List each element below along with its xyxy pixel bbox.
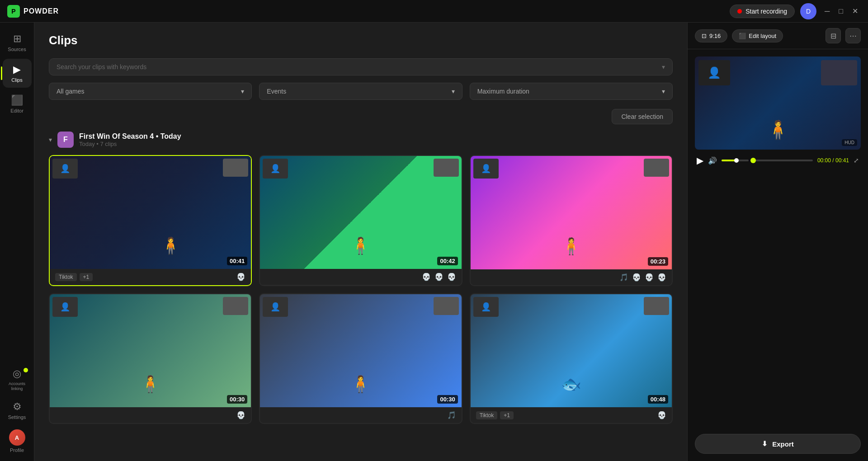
clip-thumb-bg-4: 👤 🧍	[50, 294, 251, 407]
clip-actions-6: 💀	[657, 411, 666, 419]
ratio-button[interactable]: ⊡ 9:16	[695, 29, 727, 42]
right-panel: ⊡ 9:16 ⬛ Edit layout ⊟ ⋯ 👤 🧍 HUD	[687, 23, 868, 461]
progress-thumb	[750, 158, 756, 163]
sidebar-item-profile-label: Profile	[10, 447, 24, 453]
skull-icon-6[interactable]: 💀	[657, 411, 666, 419]
volume-slider[interactable]	[722, 160, 749, 161]
export-label: Export	[772, 440, 794, 448]
clip-footer-3: 🎵 💀 💀 💀	[471, 269, 672, 285]
preview-area: 👤 🧍 HUD ▶ 🔊 00:00	[688, 49, 868, 434]
clip-tags-6: Tiktok +1	[476, 411, 514, 419]
sidebar: ⊞ Sources ▶ Clips ⬛ Editor ◎ Accounts li…	[0, 23, 34, 461]
time-total: 00:41	[835, 157, 849, 164]
clip2-minimap	[434, 159, 459, 177]
clip-tags-1: Tiktok +1	[55, 273, 93, 281]
duration-filter-chevron: ▾	[662, 88, 665, 95]
progress-bar[interactable]	[753, 160, 813, 161]
search-bar[interactable]: Search your clips with keywords ▾	[49, 58, 673, 75]
collapse-group-button[interactable]: ▾	[49, 136, 52, 143]
skull-icon-3a[interactable]: 💀	[632, 273, 641, 282]
panel-toolbar: ⊡ 9:16 ⬛ Edit layout ⊟ ⋯	[688, 23, 868, 49]
clip-card-3[interactable]: 👤 🧍 00:23 🎵 💀 💀 💀	[470, 155, 673, 286]
clip-tag-tiktok-6: Tiktok	[476, 411, 498, 419]
clip5-facecam: 👤	[263, 297, 288, 317]
skull-icon-3b[interactable]: 💀	[645, 273, 654, 282]
skull-icon-1[interactable]: 💀	[236, 273, 245, 281]
settings-icon: ⚙	[13, 401, 22, 413]
sidebar-item-sources[interactable]: ⊞ Sources	[3, 28, 32, 57]
sidebar-item-profile[interactable]: A Profile	[3, 427, 32, 456]
ratio-label: 9:16	[709, 33, 721, 39]
topbar-left: P POWDER	[7, 5, 59, 18]
screen-off-button[interactable]: ⊟	[826, 28, 841, 43]
logo-letter: P	[11, 8, 15, 15]
start-recording-button[interactable]: Start recording	[730, 5, 795, 18]
clip-duration-1: 00:41	[227, 257, 247, 265]
maximize-button[interactable]: □	[836, 6, 846, 16]
edit-layout-button[interactable]: ⬛ Edit layout	[732, 29, 783, 42]
skull-icon-2a[interactable]: 💀	[422, 273, 431, 281]
time-current: 00:00	[817, 157, 831, 164]
clip5-minimap	[434, 297, 459, 315]
play-button[interactable]: ▶	[697, 155, 703, 166]
close-button[interactable]: ✕	[849, 6, 861, 16]
events-filter-chevron: ▾	[452, 88, 455, 95]
games-filter-chevron: ▾	[241, 88, 244, 95]
clip-card-5[interactable]: 👤 🧍 00:30 🎵	[259, 293, 462, 424]
clip-card-2[interactable]: 👤 🧍 00:42 💀 💀 💀	[259, 155, 462, 286]
minimize-button[interactable]: ─	[822, 6, 832, 16]
clip-actions-3: 🎵 💀 💀 💀	[619, 273, 666, 282]
wave-icon-5[interactable]: 🎵	[447, 411, 456, 419]
filter-row: All games ▾ Events ▾ Maximum duration ▾	[49, 83, 673, 100]
clip-tag-plus-6: +1	[500, 411, 514, 419]
volume-button[interactable]: 🔊	[708, 156, 717, 165]
more-options-button[interactable]: ⋯	[845, 28, 861, 43]
clip-thumbnail-5: 👤 🧍 00:30	[260, 294, 461, 407]
preview-thumbnail: 👤 🧍 HUD	[695, 56, 861, 150]
skull-icon-2c[interactable]: 💀	[447, 273, 456, 281]
export-icon: ⬇	[762, 440, 768, 448]
games-filter[interactable]: All games ▾	[49, 83, 252, 100]
group-info: First Win Of Season 4 • Today Today • 7 …	[79, 132, 181, 147]
clear-selection-button[interactable]: Clear selection	[612, 109, 673, 124]
fullscreen-button[interactable]: ⤢	[854, 157, 859, 164]
clip-tag-tiktok-1: Tiktok	[55, 273, 77, 281]
clip-thumbnail-6: 👤 🐟 00:48	[471, 294, 672, 408]
clip-actions-1: 💀	[236, 273, 245, 281]
sidebar-item-clips-label: Clips	[11, 77, 22, 83]
clip-card-4[interactable]: 👤 🧍 00:30 💀	[49, 293, 252, 424]
export-button[interactable]: ⬇ Export	[695, 434, 861, 454]
accounts-badge	[24, 368, 28, 372]
clip6-minimap	[644, 297, 669, 315]
sidebar-item-editor[interactable]: ⬛ Editor	[3, 89, 32, 118]
clip-footer-4: 💀	[50, 407, 251, 423]
clip4-facecam: 👤	[52, 297, 78, 317]
clip1-minimap	[223, 159, 248, 177]
clip-duration-4: 00:30	[227, 395, 247, 404]
edit-layout-label: Edit layout	[749, 33, 776, 39]
clip3-minimap	[644, 159, 669, 177]
skull-icon-4[interactable]: 💀	[236, 411, 245, 419]
clip-thumb-bg-2: 👤 🧍	[260, 156, 461, 269]
clip-card-1[interactable]: 👤 🧍 00:41 Tiktok +1 💀	[49, 155, 252, 286]
events-filter[interactable]: Events ▾	[259, 83, 462, 100]
preview-facecam: 👤	[698, 60, 730, 85]
clip6-facecam: 👤	[473, 297, 499, 317]
duration-filter[interactable]: Maximum duration ▾	[470, 83, 673, 100]
topbar-right: Start recording D ─ □ ✕	[730, 3, 861, 19]
screen-off-icon: ⊟	[830, 32, 836, 40]
clip-thumbnail-1: 👤 🧍 00:41	[50, 156, 251, 269]
clip-card-6[interactable]: 👤 🐟 00:48 Tiktok +1 💀	[470, 293, 673, 424]
events-filter-label: Events	[267, 88, 286, 95]
sidebar-item-editor-label: Editor	[10, 108, 24, 113]
skull-icon-3c[interactable]: 💀	[657, 273, 666, 282]
app-logo: P	[7, 5, 20, 18]
wave-icon-3[interactable]: 🎵	[619, 273, 628, 282]
sidebar-item-settings[interactable]: ⚙ Settings	[3, 396, 32, 425]
skull-icon-2b[interactable]: 💀	[434, 273, 443, 281]
sidebar-item-accounts[interactable]: ◎ Accounts linking	[3, 365, 32, 394]
sidebar-item-clips[interactable]: ▶ Clips	[3, 59, 32, 88]
discord-button[interactable]: D	[800, 3, 816, 19]
clip-thumb-bg-3: 👤 🧍	[471, 156, 672, 269]
clip-footer-5: 🎵	[260, 407, 461, 423]
